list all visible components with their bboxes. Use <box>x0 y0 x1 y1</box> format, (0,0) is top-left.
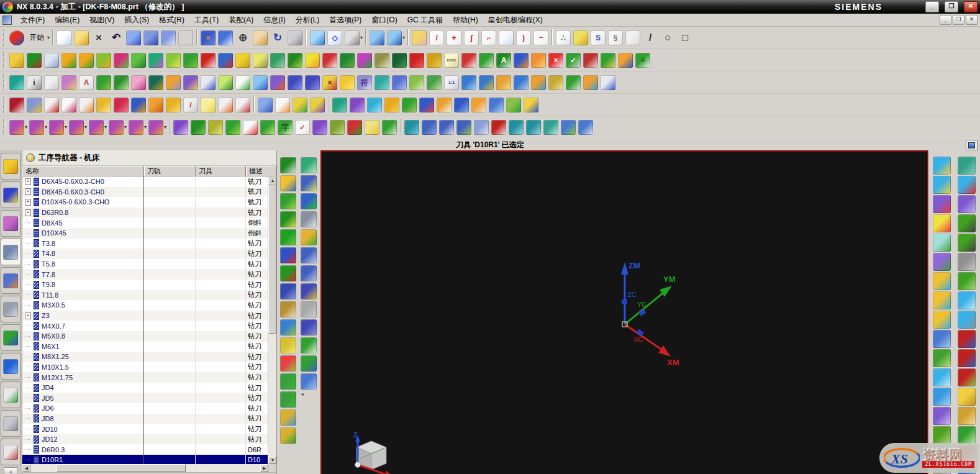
transform-icon[interactable] <box>29 120 44 135</box>
dim-cube-icon[interactable] <box>454 98 469 112</box>
t-red-icon[interactable] <box>347 120 362 135</box>
cube-offset-icon[interactable] <box>933 349 951 367</box>
pen-blue-icon[interactable] <box>578 120 593 135</box>
scroll-left-button[interactable]: ◀ <box>22 464 30 472</box>
tool-swap-icon[interactable] <box>280 193 296 209</box>
copy-object-icon[interactable] <box>69 120 84 135</box>
save-as-icon[interactable] <box>161 30 176 45</box>
sun-points-icon[interactable] <box>305 53 320 68</box>
cube-circle-icon[interactable] <box>958 291 976 309</box>
hex-gray-icon[interactable] <box>958 253 976 271</box>
assembly-navigator-tab[interactable] <box>1 153 20 180</box>
wire-cube-icon[interactable] <box>253 75 268 90</box>
box-down-icon[interactable] <box>474 120 489 135</box>
cube-paint-icon[interactable] <box>270 75 285 90</box>
menu-item[interactable]: 视图(V) <box>84 15 119 25</box>
operation-navigator-tab[interactable] <box>0 239 21 265</box>
section-box-icon[interactable] <box>114 75 129 90</box>
cube-split-icon[interactable] <box>933 272 951 290</box>
door-teal2-icon[interactable] <box>526 120 541 135</box>
walk-icon[interactable] <box>496 75 511 90</box>
pan-icon[interactable] <box>253 30 268 45</box>
tree-row[interactable]: JD6钻刀 <box>22 403 268 414</box>
tree-row[interactable]: JD8钻刀 <box>22 414 268 424</box>
child-restore-button[interactable]: ❐ <box>953 15 964 25</box>
cube-x-icon[interactable]: × <box>322 75 337 90</box>
move-object-icon[interactable] <box>9 120 24 135</box>
grid-teal-icon[interactable] <box>543 120 558 135</box>
edit-object-display-icon[interactable] <box>9 98 24 112</box>
tree-row[interactable]: D6R0.3D6R <box>22 444 268 455</box>
tree-row[interactable]: JD10钻刀 <box>22 424 268 434</box>
close-part-icon[interactable]: × <box>91 30 106 45</box>
cube-frame-icon[interactable] <box>933 426 951 444</box>
tree-row[interactable]: M5X0.8钻刀 <box>22 331 268 342</box>
move-object-icon-dropdown[interactable]: ▾ <box>25 124 27 130</box>
tool-plane-icon[interactable] <box>280 319 296 335</box>
import-folder-icon[interactable] <box>9 53 24 68</box>
column-header-1[interactable]: 名称 <box>22 166 144 176</box>
layer-image-icon[interactable] <box>301 337 317 353</box>
print-icon[interactable] <box>178 30 193 45</box>
spin-teal-icon[interactable] <box>404 120 419 135</box>
pencil-line-icon[interactable] <box>437 98 451 112</box>
column-header-4[interactable]: 描述 <box>246 166 276 176</box>
red-panel-icon[interactable] <box>44 98 59 112</box>
tree-row[interactable]: T11.8钻刀 <box>22 290 268 301</box>
cube-resize-icon[interactable] <box>933 234 951 252</box>
hscroll-track[interactable] <box>30 464 260 472</box>
integration-tab[interactable] <box>1 296 20 322</box>
scroll-right-button[interactable]: ▶ <box>260 464 268 472</box>
depth-gauge-icon[interactable] <box>218 53 233 68</box>
expand-toggle[interactable]: + <box>25 199 31 206</box>
expand-toggle[interactable]: + <box>25 178 31 185</box>
cube-plate-icon[interactable] <box>933 368 951 386</box>
delete-object-icon[interactable] <box>49 120 64 135</box>
swap-layer-icon[interactable] <box>183 53 198 68</box>
annotate-icon[interactable] <box>461 53 476 68</box>
cube-point-icon[interactable] <box>958 176 976 194</box>
cube-shell-icon[interactable] <box>933 330 951 348</box>
workpiece-check-icon[interactable] <box>301 229 317 245</box>
book-blue-icon[interactable] <box>514 53 529 68</box>
toolbar-grip[interactable] <box>3 52 6 68</box>
find-feature-icon[interactable] <box>173 120 188 135</box>
tree-row[interactable]: M10X1.5钻刀 <box>22 362 268 373</box>
wedge-orange-icon[interactable] <box>148 98 163 112</box>
mill-tool-table-icon[interactable] <box>280 157 296 173</box>
trim-curve-icon[interactable]: / <box>429 30 444 45</box>
tree-row[interactable]: D10X45倒斜 <box>22 228 268 239</box>
examine-geometry-icon[interactable] <box>61 75 76 90</box>
pattern-center-icon[interactable] <box>280 355 296 371</box>
zoom-in-out-icon[interactable]: ⊕ <box>235 30 250 45</box>
swap-cubes-icon[interactable] <box>561 120 576 135</box>
spline-icon[interactable]: S <box>591 30 606 45</box>
region-red-icon[interactable] <box>201 53 216 68</box>
scales-icon[interactable] <box>183 75 198 90</box>
angle-line-icon[interactable] <box>958 368 976 386</box>
stairs-icon[interactable] <box>514 75 529 90</box>
cube-copy-icon[interactable] <box>933 157 951 175</box>
measure-diamond-icon[interactable] <box>9 75 24 90</box>
edit-dimension-icon-dropdown[interactable]: ▾ <box>124 124 127 130</box>
frame-red-icon[interactable] <box>243 120 258 135</box>
screw-length-icon[interactable] <box>280 283 296 299</box>
tool-axis-icon[interactable] <box>280 265 296 281</box>
point-set-icon[interactable]: ∴ <box>556 30 571 45</box>
perspective-icon[interactable] <box>288 30 302 45</box>
copy-object-icon-dropdown[interactable]: ▾ <box>84 124 87 130</box>
edit-dimension-icon[interactable] <box>109 120 124 135</box>
sketch-page-icon[interactable] <box>499 30 514 45</box>
hex-cyan-icon[interactable] <box>958 311 976 329</box>
polygon-icon[interactable] <box>573 30 588 45</box>
bridge-curve-icon[interactable]: ) <box>516 30 531 45</box>
start-menu-button[interactable]: 开始 <box>27 29 47 47</box>
bounded-box-icon[interactable] <box>129 120 143 135</box>
scroll-thumb[interactable] <box>268 185 276 334</box>
machine-sim-icon[interactable] <box>301 247 317 263</box>
lambda-icon[interactable] <box>288 53 302 68</box>
rotate-view-icon[interactable]: ↻ <box>270 30 285 45</box>
menu-item[interactable]: 文件(F) <box>16 15 50 25</box>
tool-block2-icon[interactable] <box>280 391 296 408</box>
restore-layout-icon[interactable] <box>966 140 978 150</box>
